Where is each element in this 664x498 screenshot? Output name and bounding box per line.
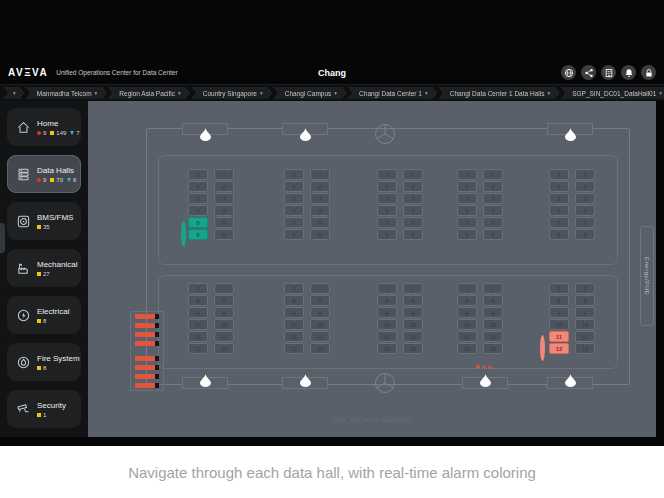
rack-cell[interactable]: 12: [377, 343, 397, 354]
rack-cell[interactable]: 1: [188, 169, 208, 180]
rack-cell[interactable]: 9: [284, 307, 304, 318]
rack-cell[interactable]: 9: [188, 307, 208, 318]
rack-cell[interactable]: 4: [483, 205, 503, 216]
rack-cell[interactable]: 2: [284, 181, 304, 192]
rack-cell[interactable]: 4: [457, 205, 477, 216]
rack-cell[interactable]: 1: [549, 169, 569, 180]
rack-cell[interactable]: 3: [403, 193, 423, 204]
rack-cell[interactable]: 5: [549, 217, 569, 228]
rack-cell[interactable]: 10: [377, 319, 397, 330]
rack-cell[interactable]: 11: [483, 331, 503, 342]
rack-cell[interactable]: 4: [575, 205, 595, 216]
sidebar-item-bms-fms[interactable]: BMS/FMS35: [7, 202, 81, 240]
sidebar-item-security[interactable]: Security1: [7, 390, 81, 428]
rack-cell[interactable]: 5: [310, 217, 330, 228]
rack-cell[interactable]: 8: [310, 295, 330, 306]
rack-cell[interactable]: 10: [549, 319, 569, 330]
rack-cell[interactable]: 8: [214, 295, 234, 306]
rack-cell[interactable]: 8: [188, 295, 208, 306]
breadcrumb-item[interactable]: Manmadha Telcom▾: [26, 87, 107, 99]
rack-cell[interactable]: 7: [377, 283, 397, 294]
rack-cell[interactable]: 2: [403, 181, 423, 192]
rack-cell[interactable]: 12: [549, 343, 569, 354]
rack-cell[interactable]: 12: [214, 343, 234, 354]
rack-cell[interactable]: 9: [483, 307, 503, 318]
rack-cell[interactable]: 9: [310, 307, 330, 318]
rack-cell[interactable]: 10: [575, 319, 595, 330]
rack-cell[interactable]: 1: [377, 169, 397, 180]
rack-cell[interactable]: 3: [457, 193, 477, 204]
rack-cell[interactable]: 5: [188, 217, 208, 228]
rack-cell[interactable]: 8: [377, 295, 397, 306]
rack-cell[interactable]: 6: [483, 229, 503, 240]
rack-cell[interactable]: 5: [457, 217, 477, 228]
rack-cell[interactable]: 8: [483, 295, 503, 306]
breadcrumb-item[interactable]: Changi Data Center 1▾: [348, 87, 437, 99]
rack-cell[interactable]: 4: [549, 205, 569, 216]
rack-cell[interactable]: 12: [457, 343, 477, 354]
rack-cell[interactable]: 2: [549, 181, 569, 192]
breadcrumb-item[interactable]: SGP_SIN_DC01_DataHall01▾: [561, 87, 664, 99]
rack-cell[interactable]: 7: [457, 283, 477, 294]
breadcrumb-item[interactable]: Country Singapore▾: [192, 87, 272, 99]
rack-cell[interactable]: 5: [377, 217, 397, 228]
rack-cell[interactable]: 2: [575, 181, 595, 192]
rack-cell[interactable]: 11: [575, 331, 595, 342]
sidebar-item-home[interactable]: Home91497: [7, 108, 81, 146]
rack-cell[interactable]: 9: [403, 307, 423, 318]
rack-cell[interactable]: 8: [549, 295, 569, 306]
rack-cell[interactable]: 11: [377, 331, 397, 342]
rack-cell[interactable]: 1: [284, 169, 304, 180]
building-icon[interactable]: [601, 65, 616, 80]
sidebar-item-electrical[interactable]: Electrical8: [7, 296, 81, 334]
sidebar-item-mechanical[interactable]: Mechanical27: [7, 249, 81, 287]
rack-cell[interactable]: 3: [214, 193, 234, 204]
rack-cell[interactable]: 9: [214, 307, 234, 318]
breadcrumb-root-item[interactable]: ▾: [4, 87, 24, 99]
rack-cell[interactable]: 5: [575, 217, 595, 228]
breadcrumb-item[interactable]: Region Asia Pacific▾: [108, 87, 189, 99]
rack-cell[interactable]: 10: [310, 319, 330, 330]
rack-cell[interactable]: 1: [457, 169, 477, 180]
rack-cell[interactable]: 8: [457, 295, 477, 306]
breadcrumb-item[interactable]: Changi Campus▾: [274, 87, 346, 99]
alarm-equipment-bar[interactable]: [135, 374, 155, 379]
rack-cell[interactable]: 3: [310, 193, 330, 204]
rack-cell[interactable]: 9: [575, 307, 595, 318]
rack-cell[interactable]: 8: [403, 295, 423, 306]
rack-cell[interactable]: 1: [483, 169, 503, 180]
rack-cell[interactable]: 6: [284, 229, 304, 240]
rack-cell[interactable]: 10: [483, 319, 503, 330]
rack-cell[interactable]: 11: [403, 331, 423, 342]
rack-cell[interactable]: 10: [284, 319, 304, 330]
rack-cell[interactable]: 4: [377, 205, 397, 216]
rack-cell[interactable]: 9: [549, 307, 569, 318]
rack-cell[interactable]: 3: [188, 193, 208, 204]
rack-cell[interactable]: 7: [483, 283, 503, 294]
alarm-equipment-bar[interactable]: [135, 365, 155, 370]
rack-cell[interactable]: 11: [188, 331, 208, 342]
rack-cell[interactable]: 5: [483, 217, 503, 228]
rack-cell[interactable]: 12: [483, 343, 503, 354]
alarm-equipment-bar[interactable]: [135, 356, 155, 361]
rack-cell[interactable]: 4: [403, 205, 423, 216]
share-icon[interactable]: [581, 65, 596, 80]
rack-cell[interactable]: 7: [310, 283, 330, 294]
rack-cell[interactable]: 4: [284, 205, 304, 216]
sidebar-collapse-handle[interactable]: [0, 223, 5, 253]
rack-cell[interactable]: 2: [457, 181, 477, 192]
lock-icon[interactable]: [641, 65, 656, 80]
rack-cell[interactable]: 1: [214, 169, 234, 180]
alarm-marker[interactable]: 4 m: [476, 364, 492, 370]
rack-cell[interactable]: 10: [457, 319, 477, 330]
rack-cell[interactable]: 1: [575, 169, 595, 180]
rack-cell[interactable]: 9: [377, 307, 397, 318]
bell-icon[interactable]: [621, 65, 636, 80]
rack-cell[interactable]: 5: [214, 217, 234, 228]
rack-cell[interactable]: 12: [310, 343, 330, 354]
rack-cell[interactable]: 11: [549, 331, 569, 342]
rack-cell[interactable]: 6: [457, 229, 477, 240]
rack-cell[interactable]: 6: [575, 229, 595, 240]
rack-cell[interactable]: 4: [214, 205, 234, 216]
alarm-equipment-bar[interactable]: [135, 314, 155, 319]
